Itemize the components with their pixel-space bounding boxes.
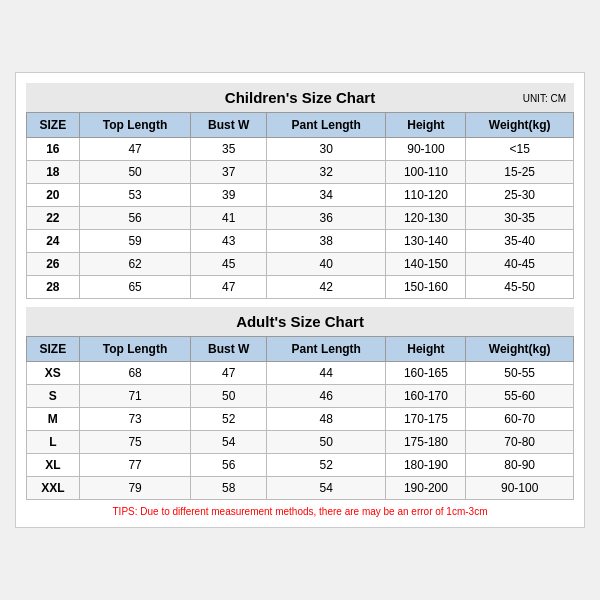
table-cell: 55-60 (466, 385, 574, 408)
table-cell: XL (27, 454, 80, 477)
table-cell: 32 (267, 161, 386, 184)
table-cell: <15 (466, 138, 574, 161)
table-cell: 24 (27, 230, 80, 253)
table-cell: 37 (191, 161, 267, 184)
table-row: 1647353090-100<15 (27, 138, 574, 161)
size-chart-container: Children's Size Chart UNIT: CM SIZE Top … (15, 72, 585, 528)
table-cell: 110-120 (386, 184, 466, 207)
table-row: 22564136120-13030-35 (27, 207, 574, 230)
table-cell: 100-110 (386, 161, 466, 184)
table-cell: 65 (79, 276, 191, 299)
col-bust-w: Bust W (191, 113, 267, 138)
adult-table: SIZE Top Length Bust W Pant Length Heigh… (26, 336, 574, 500)
table-cell: 160-165 (386, 362, 466, 385)
col-top-length: Top Length (79, 113, 191, 138)
table-row: 20533934110-12025-30 (27, 184, 574, 207)
table-cell: 47 (79, 138, 191, 161)
table-cell: 46 (267, 385, 386, 408)
table-row: 28654742150-16045-50 (27, 276, 574, 299)
table-cell: 38 (267, 230, 386, 253)
tips-text: TIPS: Due to different measurement metho… (26, 506, 574, 517)
table-cell: 22 (27, 207, 80, 230)
table-cell: 47 (191, 362, 267, 385)
children-title-text: Children's Size Chart (225, 89, 375, 106)
table-cell: 30-35 (466, 207, 574, 230)
table-cell: 45 (191, 253, 267, 276)
table-cell: XXL (27, 477, 80, 500)
table-cell: 90-100 (386, 138, 466, 161)
table-cell: 56 (79, 207, 191, 230)
table-cell: 34 (267, 184, 386, 207)
table-cell: L (27, 431, 80, 454)
table-cell: 28 (27, 276, 80, 299)
table-cell: 170-175 (386, 408, 466, 431)
table-cell: 90-100 (466, 477, 574, 500)
col-pant-length: Pant Length (267, 113, 386, 138)
children-tbody: 1647353090-100<1518503732100-11015-25205… (27, 138, 574, 299)
children-header-row: SIZE Top Length Bust W Pant Length Heigh… (27, 113, 574, 138)
adult-title-text: Adult's Size Chart (236, 313, 364, 330)
table-cell: 44 (267, 362, 386, 385)
adult-col-pant-length: Pant Length (267, 337, 386, 362)
table-cell: 36 (267, 207, 386, 230)
table-cell: 53 (79, 184, 191, 207)
table-row: XL775652180-19080-90 (27, 454, 574, 477)
table-cell: 26 (27, 253, 80, 276)
table-cell: 42 (267, 276, 386, 299)
table-cell: 54 (191, 431, 267, 454)
table-cell: M (27, 408, 80, 431)
table-cell: 50 (191, 385, 267, 408)
table-cell: 50-55 (466, 362, 574, 385)
table-cell: 20 (27, 184, 80, 207)
table-cell: XS (27, 362, 80, 385)
table-cell: 43 (191, 230, 267, 253)
col-size: SIZE (27, 113, 80, 138)
table-cell: 47 (191, 276, 267, 299)
table-cell: 39 (191, 184, 267, 207)
table-cell: 79 (79, 477, 191, 500)
table-row: XS684744160-16550-55 (27, 362, 574, 385)
table-cell: 35 (191, 138, 267, 161)
children-title: Children's Size Chart UNIT: CM (26, 83, 574, 112)
adult-col-weight: Weight(kg) (466, 337, 574, 362)
table-row: M735248170-17560-70 (27, 408, 574, 431)
table-cell: 140-150 (386, 253, 466, 276)
table-cell: 80-90 (466, 454, 574, 477)
table-cell: 150-160 (386, 276, 466, 299)
table-cell: 25-30 (466, 184, 574, 207)
table-cell: 52 (267, 454, 386, 477)
table-row: 24594338130-14035-40 (27, 230, 574, 253)
table-cell: 48 (267, 408, 386, 431)
adult-tbody: XS684744160-16550-55S715046160-17055-60M… (27, 362, 574, 500)
table-cell: 77 (79, 454, 191, 477)
table-row: S715046160-17055-60 (27, 385, 574, 408)
table-cell: S (27, 385, 80, 408)
table-cell: 120-130 (386, 207, 466, 230)
table-cell: 52 (191, 408, 267, 431)
table-cell: 75 (79, 431, 191, 454)
table-row: 18503732100-11015-25 (27, 161, 574, 184)
adult-col-height: Height (386, 337, 466, 362)
table-cell: 62 (79, 253, 191, 276)
adult-col-top-length: Top Length (79, 337, 191, 362)
table-cell: 71 (79, 385, 191, 408)
table-cell: 50 (267, 431, 386, 454)
table-cell: 68 (79, 362, 191, 385)
table-cell: 35-40 (466, 230, 574, 253)
table-cell: 40-45 (466, 253, 574, 276)
table-cell: 56 (191, 454, 267, 477)
table-cell: 50 (79, 161, 191, 184)
table-cell: 180-190 (386, 454, 466, 477)
children-table: SIZE Top Length Bust W Pant Length Heigh… (26, 112, 574, 299)
adult-title: Adult's Size Chart (26, 307, 574, 336)
unit-label: UNIT: CM (523, 92, 566, 103)
table-cell: 73 (79, 408, 191, 431)
adult-header-row: SIZE Top Length Bust W Pant Length Heigh… (27, 337, 574, 362)
table-cell: 160-170 (386, 385, 466, 408)
table-cell: 45-50 (466, 276, 574, 299)
table-cell: 60-70 (466, 408, 574, 431)
adult-col-bust-w: Bust W (191, 337, 267, 362)
table-cell: 175-180 (386, 431, 466, 454)
col-weight: Weight(kg) (466, 113, 574, 138)
table-cell: 54 (267, 477, 386, 500)
